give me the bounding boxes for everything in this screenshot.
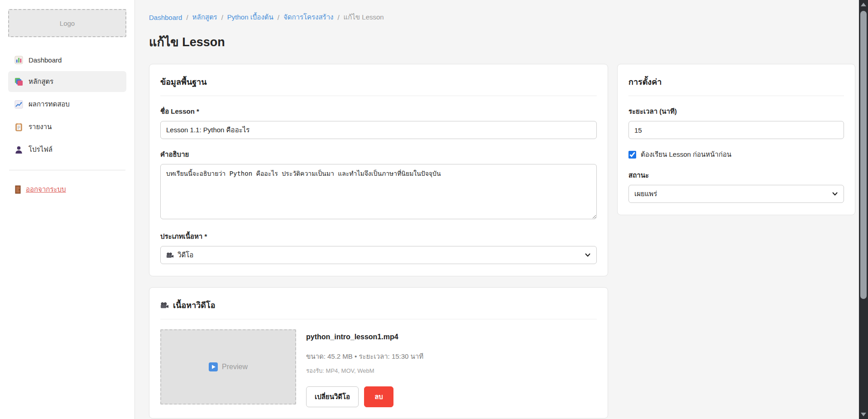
logout-label: ออกจากระบบ — [26, 184, 66, 195]
video-meta: ขนาด: 45.2 MB • ระยะเวลา: 15:30 นาที — [306, 351, 423, 362]
sidebar-nav: Dashboard หลักสูตร ผลการทดสอบ — [8, 51, 126, 160]
sidebar-item-profile[interactable]: โปรไฟล์ — [8, 139, 126, 160]
basic-info-card: ข้อมูลพื้นฐาน ชื่อ Lesson * คำอธิบาย บทเ… — [149, 64, 608, 276]
sidebar-item-dashboard[interactable]: Dashboard — [8, 51, 126, 69]
door-icon — [14, 185, 21, 194]
chevron-down-icon — [585, 252, 591, 258]
app-viewport: Logo Dashboard หลักสูตร — [0, 0, 868, 419]
bar-chart-icon — [14, 56, 23, 64]
change-video-button[interactable]: เปลี่ยนวิดีโอ — [306, 386, 359, 407]
duration-input[interactable] — [628, 121, 844, 139]
breadcrumb-separator: / — [278, 14, 279, 21]
content-type-value: วิดีโอ — [177, 250, 193, 260]
duration-label: ระยะเวลา (นาที) — [628, 106, 844, 117]
lesson-name-label: ชื่อ Lesson * — [160, 106, 597, 117]
sidebar-item-label: ผลการทดสอบ — [29, 99, 70, 110]
clipboard-icon — [14, 123, 23, 131]
breadcrumb-separator: / — [186, 14, 188, 21]
lesson-name-input[interactable] — [160, 121, 597, 139]
video-preview[interactable]: Preview — [160, 329, 296, 405]
breadcrumb-link-dashboard[interactable]: Dashboard — [149, 14, 182, 21]
breadcrumb-link-courses[interactable]: หลักสูตร — [192, 12, 217, 23]
person-icon — [14, 145, 23, 154]
delete-video-button[interactable]: ลบ — [364, 386, 393, 407]
movie-camera-icon — [166, 252, 174, 258]
sidebar-item-label: Dashboard — [29, 56, 62, 64]
preview-label: Preview — [222, 363, 248, 371]
sidebar-item-courses[interactable]: หลักสูตร — [8, 71, 126, 92]
sidebar: Logo Dashboard หลักสูตร — [0, 0, 135, 419]
sidebar-item-label: หลักสูตร — [29, 76, 53, 87]
chart-increasing-icon — [14, 100, 23, 109]
prerequisite-label: ต้องเรียน Lesson ก่อนหน้าก่อน — [641, 149, 731, 160]
basic-info-title: ข้อมูลพื้นฐาน — [160, 75, 597, 96]
chevron-down-icon — [832, 191, 838, 197]
breadcrumb: Dashboard / หลักสูตร / Python เบื้องต้น … — [149, 12, 855, 23]
play-icon — [209, 362, 218, 371]
content-type-select[interactable]: วิดีโอ — [160, 246, 597, 264]
settings-title: การตั้งค่า — [628, 75, 844, 96]
status-select[interactable]: เผยแพร่ — [628, 185, 844, 203]
breadcrumb-link-course[interactable]: Python เบื้องต้น — [227, 12, 273, 23]
sidebar-item-test-results[interactable]: ผลการทดสอบ — [8, 94, 126, 115]
video-content-card: เนื้อหาวิดีโอ Preview python_intro_lesso… — [149, 287, 608, 419]
content-type-label: ประเภทเนื้อหา * — [160, 231, 597, 242]
sidebar-item-reports[interactable]: รายงาน — [8, 116, 126, 137]
settings-card: การตั้งค่า ระยะเวลา (นาที) ต้องเรียน Les… — [617, 64, 855, 215]
description-label: คำอธิบาย — [160, 149, 597, 160]
books-icon — [14, 77, 23, 86]
breadcrumb-current: แก้ไข Lesson — [344, 12, 384, 23]
page-title: แก้ไข Lesson — [149, 32, 855, 52]
video-supported-formats: รองรับ: MP4, MOV, WebM — [306, 366, 423, 376]
sidebar-item-label: รายงาน — [29, 121, 52, 132]
status-label: สถานะ — [628, 170, 844, 181]
logout-link[interactable]: ออกจากระบบ — [8, 180, 126, 198]
movie-camera-icon — [160, 302, 169, 308]
status-value: เผยแพร่ — [634, 188, 657, 199]
logo-placeholder: Logo — [8, 9, 126, 37]
video-card-title: เนื้อหาวิดีโอ — [173, 299, 216, 312]
breadcrumb-link-structure[interactable]: จัดการโครงสร้าง — [283, 12, 334, 23]
breadcrumb-separator: / — [337, 14, 339, 21]
breadcrumb-separator: / — [221, 14, 223, 21]
logo-text: Logo — [60, 19, 75, 27]
video-filename: python_intro_lesson1.mp4 — [306, 333, 423, 341]
sidebar-divider — [9, 170, 125, 170]
scrollbar-down-arrow-icon[interactable] — [861, 413, 866, 416]
main-content: Dashboard / หลักสูตร / Python เบื้องต้น … — [135, 0, 868, 419]
prerequisite-checkbox[interactable] — [628, 151, 636, 159]
scrollbar-thumb[interactable] — [860, 11, 867, 299]
sidebar-item-label: โปรไฟล์ — [29, 144, 53, 155]
video-info: python_intro_lesson1.mp4 ขนาด: 45.2 MB •… — [306, 329, 423, 407]
scrollbar-up-arrow-icon[interactable] — [861, 3, 866, 6]
description-textarea[interactable]: บทเรียนนี้จะอธิบายว่า Python คืออะไร ประ… — [160, 164, 597, 219]
vertical-scrollbar[interactable] — [859, 0, 868, 419]
